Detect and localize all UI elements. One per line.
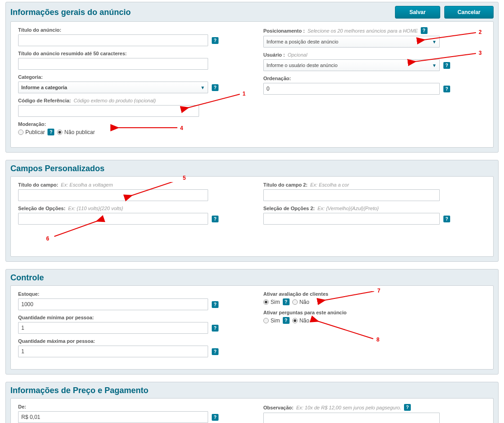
annotation-6: 6 (46, 236, 49, 242)
annotation-5: 5 (183, 175, 186, 181)
codigo-ref-input[interactable] (18, 105, 199, 117)
ordenacao-label: Ordenação: (263, 76, 291, 81)
chevron-down-icon: ▼ (432, 39, 437, 44)
de-input[interactable] (18, 411, 208, 423)
titulo-campo2-hint: Ex: Escolha a cor (310, 182, 349, 187)
preco-title: Informações de Preço e Pagamento (10, 386, 148, 395)
radio-perguntas-nao[interactable] (292, 318, 298, 323)
titulo-resumido-label: Título do anúncio resumido até 50 caract… (18, 51, 127, 56)
campos-title: Campos Personalizados (10, 164, 105, 173)
obs-label: Observação: (263, 405, 294, 410)
save-button[interactable]: Salvar (395, 6, 440, 19)
campos-panel: Campos Personalizados Título do campo: E… (5, 160, 499, 262)
posicionamento-label: Posicionamento : (263, 28, 305, 34)
help-icon[interactable]: ? (283, 317, 290, 324)
titulo-campo2-input[interactable] (263, 189, 440, 201)
help-icon[interactable]: ? (212, 301, 219, 308)
posicionamento-select[interactable]: Informe a posição deste anúncio ▼ (263, 36, 440, 48)
qtd-max-input[interactable] (18, 346, 208, 357)
help-icon[interactable]: ? (48, 129, 54, 135)
usuario-label: Usuário : (263, 52, 285, 58)
titulo-campo-input[interactable] (18, 189, 208, 201)
categoria-label: Categoria: (18, 74, 43, 80)
help-icon[interactable]: ? (212, 84, 219, 91)
usuario-select[interactable]: Informe o usuário deste anúncio ▼ (263, 59, 440, 71)
selecao-opcoes2-label: Seleção de Opções 2: (263, 206, 315, 211)
selecao-opcoes-label: Seleção de Opções: (18, 206, 66, 211)
perguntas-label: Ativar perguntas para este anúncio (263, 310, 347, 315)
cancel-button[interactable]: Cancelar (444, 6, 494, 19)
posicionamento-hint: Selecione os 20 melhores anúncios para a… (308, 28, 418, 34)
qtd-max-label: Quantidade máxima por pessoa: (18, 338, 95, 344)
chevron-down-icon: ▼ (432, 63, 437, 68)
help-icon[interactable]: ? (404, 404, 411, 411)
help-icon[interactable]: ? (212, 414, 219, 421)
categoria-select[interactable]: Informe a categoria ▼ (18, 82, 208, 93)
titulo-campo-hint: Ex: Escolha a voltagem (61, 182, 113, 187)
avaliacao-label: Ativar avaliação de clientes (263, 291, 328, 297)
estoque-input[interactable] (18, 298, 208, 310)
de-label: De: (18, 404, 26, 409)
obs-hint: Ex: 10x de R$ 12,00 sem juros pelo pagse… (296, 405, 401, 410)
moderacao-label: Moderação: (18, 121, 46, 127)
action-buttons: Salvar Cancelar (395, 6, 494, 19)
estoque-label: Estoque: (18, 291, 39, 297)
selecao-opcoes2-hint: Ex: {Vermelho}{Azul}{Preto} (318, 206, 379, 211)
help-icon[interactable]: ? (212, 325, 219, 332)
selecao-opcoes2-input[interactable] (263, 213, 440, 225)
general-info-panel: Informações gerais do anúncio Salvar Can… (5, 2, 499, 153)
radio-nao-publicar[interactable] (57, 130, 62, 135)
titulo-campo2-label: Título do campo 2: (263, 182, 308, 187)
titulo-label: Título do anúncio: (18, 27, 61, 33)
annotation-8: 8 (376, 336, 380, 343)
codigo-ref-label: Código de Referência: (18, 98, 71, 103)
titulo-campo-label: Título do campo: (18, 182, 58, 187)
chevron-down-icon: ▼ (200, 85, 205, 90)
titulo-input[interactable] (18, 34, 208, 46)
help-icon[interactable]: ? (212, 348, 219, 355)
radio-avaliacao-sim[interactable] (263, 299, 269, 305)
controle-panel: Controle Estoque: ? Quantidade mínima po… (5, 269, 499, 375)
qtd-min-input[interactable] (18, 322, 208, 334)
preco-panel: Informações de Preço e Pagamento De: ? P… (5, 382, 499, 423)
selecao-opcoes-input[interactable] (18, 213, 208, 225)
ordenacao-input[interactable] (263, 83, 440, 95)
qtd-min-label: Quantidade mínima por pessoa: (18, 315, 94, 320)
help-icon[interactable]: ? (212, 37, 219, 44)
page-title: Informações gerais do anúncio (10, 8, 131, 17)
usuario-hint: Opcional (288, 52, 307, 58)
help-icon[interactable]: ? (212, 216, 219, 222)
controle-title: Controle (10, 273, 44, 283)
help-icon[interactable]: ? (421, 27, 428, 34)
codigo-ref-hint: Código externo do produto (opcional) (74, 98, 156, 103)
radio-avaliacao-nao[interactable] (292, 299, 298, 305)
help-icon[interactable]: ? (283, 298, 290, 305)
selecao-opcoes-hint: Ex: {110 volts}{220 volts} (68, 206, 124, 211)
help-icon[interactable]: ? (443, 216, 450, 222)
help-icon[interactable]: ? (443, 62, 450, 69)
titulo-resumido-input[interactable] (18, 58, 208, 70)
radio-publicar[interactable] (18, 130, 24, 135)
obs-input[interactable] (263, 413, 440, 423)
help-icon[interactable]: ? (443, 86, 450, 92)
radio-perguntas-sim[interactable] (263, 318, 269, 323)
annotation-1: 1 (242, 91, 246, 97)
